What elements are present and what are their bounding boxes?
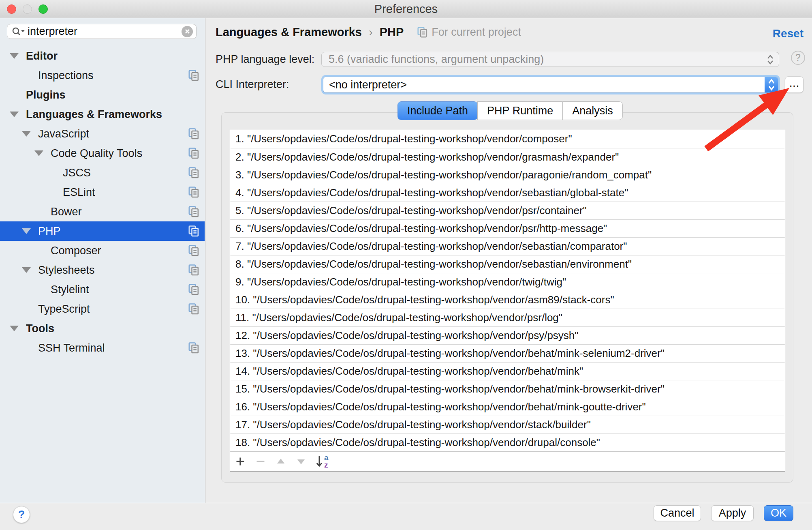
copy-settings-icon xyxy=(188,70,199,83)
sidebar-tree-item[interactable]: Plugins xyxy=(0,85,205,105)
include-path-row[interactable]: 9. "/Users/opdavies/Code/os/drupal-testi… xyxy=(230,273,785,291)
ok-button[interactable]: OK xyxy=(764,505,793,521)
sidebar-tree-item[interactable]: Composer xyxy=(0,241,205,260)
remove-icon[interactable] xyxy=(255,455,266,468)
browse-interpreters-button[interactable]: ... xyxy=(785,76,803,93)
sidebar-tree-item[interactable]: Bower xyxy=(0,202,205,221)
settings-tree: Editor Inspections Plugins xyxy=(0,46,205,358)
sidebar-item-label: Languages & Frameworks xyxy=(26,108,162,121)
copy-settings-icon xyxy=(188,148,199,161)
sidebar-tree-item[interactable]: TypeScript xyxy=(0,299,205,319)
language-level-dropdown[interactable]: 5.6 (variadic functions, argument unpack… xyxy=(321,52,779,67)
tab-content-panel: 1. "/Users/opdavies/Code/os/drupal-testi… xyxy=(221,112,793,483)
expand-arrow-icon[interactable] xyxy=(8,53,20,59)
include-path-row[interactable]: 14. "/Users/opdavies/Code/os/drupal-test… xyxy=(230,362,785,380)
include-path-row[interactable]: 10. "/Users/opdavies/Code/os/drupal-test… xyxy=(230,291,785,309)
cli-interpreter-dropdown[interactable]: <no interpreter> xyxy=(323,77,778,93)
sidebar-tree-item[interactable]: Tools xyxy=(0,319,205,338)
sidebar-tree-item[interactable]: Code Quality Tools xyxy=(0,144,205,163)
dialog-footer: ? Cancel Apply OK xyxy=(0,503,812,530)
include-path-row[interactable]: 2. "/Users/opdavies/Code/os/drupal-testi… xyxy=(230,148,785,166)
expand-arrow-icon[interactable] xyxy=(8,326,20,331)
reset-link[interactable]: Reset xyxy=(773,27,803,40)
clear-search-icon[interactable] xyxy=(182,26,193,37)
include-path-row[interactable]: 13. "/Users/opdavies/Code/os/drupal-test… xyxy=(230,344,785,362)
sidebar-tree-item[interactable]: ESLint xyxy=(0,182,205,202)
sidebar-item-label: PHP xyxy=(38,225,61,238)
dropdown-stepper-icon xyxy=(766,54,775,66)
breadcrumb-page[interactable]: PHP xyxy=(380,26,404,39)
include-path-row[interactable]: 5. "/Users/opdavies/Code/os/drupal-testi… xyxy=(230,202,785,219)
tab-php-runtime[interactable]: PHP Runtime xyxy=(477,101,563,120)
sidebar-tree-item[interactable]: Stylelint xyxy=(0,280,205,299)
copy-settings-icon xyxy=(188,303,199,316)
include-path-row[interactable]: 12. "/Users/opdavies/Code/os/drupal-test… xyxy=(230,326,785,344)
sidebar-tree-item[interactable]: PHP xyxy=(0,221,205,241)
sidebar-item-label: Code Quality Tools xyxy=(51,147,142,160)
expand-arrow-icon[interactable] xyxy=(8,112,20,117)
tab-include-path[interactable]: Include Path xyxy=(397,101,478,120)
sidebar-tree-item[interactable]: Languages & Frameworks xyxy=(0,105,205,124)
include-path-rows: 1. "/Users/opdavies/Code/os/drupal-testi… xyxy=(230,130,785,451)
breadcrumb-root[interactable]: Languages & Frameworks xyxy=(216,26,362,39)
sidebar-tree-item[interactable]: JavaScript xyxy=(0,124,205,144)
include-path-row[interactable]: 7. "/Users/opdavies/Code/os/drupal-testi… xyxy=(230,237,785,255)
sidebar-tree-item[interactable]: SSH Terminal xyxy=(0,338,205,358)
settings-sidebar: Editor Inspections Plugins xyxy=(0,18,205,503)
expand-arrow-icon[interactable] xyxy=(20,228,32,234)
expand-arrow-icon[interactable] xyxy=(20,131,32,137)
sort-alphabetically-icon[interactable]: a z xyxy=(316,455,333,468)
apply-button[interactable]: Apply xyxy=(711,505,754,521)
sidebar-tree-item[interactable]: JSCS xyxy=(0,163,205,182)
expand-arrow-icon[interactable] xyxy=(33,150,45,156)
sidebar-tree-item[interactable]: Inspections xyxy=(0,66,205,85)
copy-settings-icon xyxy=(188,167,199,180)
cancel-button[interactable]: Cancel xyxy=(654,505,701,521)
add-icon[interactable] xyxy=(235,455,246,468)
close-button[interactable] xyxy=(7,4,16,14)
sidebar-item-label: Bower xyxy=(51,206,82,218)
sidebar-item-label: SSH Terminal xyxy=(38,342,105,354)
window-title: Preferences xyxy=(0,0,812,18)
sidebar-item-label: Stylelint xyxy=(51,283,89,296)
move-down-icon[interactable] xyxy=(296,455,306,468)
copy-settings-icon xyxy=(188,245,199,258)
search-icon[interactable] xyxy=(11,26,25,37)
sidebar-tree-item[interactable]: Editor xyxy=(0,46,205,66)
search-input[interactable] xyxy=(25,25,182,38)
expand-arrow-icon[interactable] xyxy=(20,267,32,273)
include-path-row[interactable]: 17. "/Users/opdavies/Code/os/drupal-test… xyxy=(230,416,785,433)
tab-analysis[interactable]: Analysis xyxy=(562,101,623,120)
help-button[interactable]: ? xyxy=(13,506,30,523)
include-path-row[interactable]: 16. "/Users/opdavies/Code/os/drupal-test… xyxy=(230,398,785,416)
language-level-value: 5.6 (variadic functions, argument unpack… xyxy=(322,53,544,66)
context-help-icon[interactable]: ? xyxy=(791,51,805,65)
include-path-row[interactable]: 1. "/Users/opdavies/Code/os/drupal-testi… xyxy=(230,130,785,148)
include-path-row[interactable]: 8. "/Users/opdavies/Code/os/drupal-testi… xyxy=(230,255,785,273)
move-up-icon[interactable] xyxy=(276,455,286,468)
project-scope-icon xyxy=(417,27,427,38)
include-path-row[interactable]: 3. "/Users/opdavies/Code/os/drupal-testi… xyxy=(230,166,785,184)
preferences-window: Preferences Editor xyxy=(0,0,812,530)
sidebar-item-label: Tools xyxy=(26,322,54,335)
titlebar: Preferences xyxy=(0,0,812,18)
include-path-row[interactable]: 6. "/Users/opdavies/Code/os/drupal-testi… xyxy=(230,219,785,237)
sidebar-item-label: ESLint xyxy=(63,186,95,199)
settings-search-field[interactable] xyxy=(7,24,197,39)
include-path-row[interactable]: 11. "/Users/opdavies/Code/os/drupal-test… xyxy=(230,309,785,326)
include-path-list: 1. "/Users/opdavies/Code/os/drupal-testi… xyxy=(230,130,785,472)
language-level-label: PHP language level: xyxy=(216,53,314,66)
include-path-row[interactable]: 15. "/Users/opdavies/Code/os/drupal-test… xyxy=(230,380,785,398)
include-path-row[interactable]: 18. "/Users/opdavies/Code/os/drupal-test… xyxy=(230,433,785,451)
zoom-button[interactable] xyxy=(38,4,48,14)
copy-settings-icon xyxy=(188,264,199,277)
sidebar-item-label: Editor xyxy=(26,50,58,62)
copy-settings-icon xyxy=(188,128,199,141)
sidebar-item-label: Inspections xyxy=(38,69,94,82)
cli-interpreter-focus-ring: <no interpreter> xyxy=(321,75,780,94)
breadcrumb: Languages & Frameworks › PHP For current… xyxy=(216,26,521,39)
minimize-button[interactable] xyxy=(23,4,32,14)
include-path-row[interactable]: 4. "/Users/opdavies/Code/os/drupal-testi… xyxy=(230,184,785,202)
copy-settings-icon xyxy=(188,284,199,297)
sidebar-tree-item[interactable]: Stylesheets xyxy=(0,260,205,280)
